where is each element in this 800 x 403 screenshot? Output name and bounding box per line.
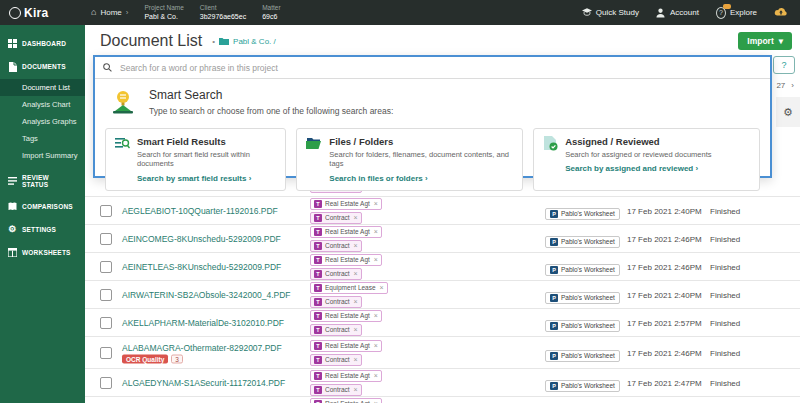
table-row: AEGLEABIOT-10QQuarter-1192016.PDFTReal E… <box>85 197 800 225</box>
remove-tag-icon[interactable]: × <box>374 228 378 235</box>
ocr-quality-badge: OCR Quality <box>122 354 168 363</box>
row-checkbox[interactable] <box>100 289 112 301</box>
search-by-smart-field-link[interactable]: Search by smart field results › <box>137 174 276 183</box>
document-name-link[interactable]: AEINCOMEG-8KUnschedu-5292009.PDF <box>122 234 281 244</box>
tag-chip[interactable]: TContract× <box>310 296 362 308</box>
quick-study-button[interactable]: Quick Study <box>582 8 639 18</box>
worksheet-chip[interactable]: PPablo's Worksheet <box>545 380 620 392</box>
sidebar-item-documents[interactable]: DOCUMENTS <box>0 55 85 78</box>
search-in-files-link[interactable]: Search in files or folders › <box>329 174 513 183</box>
remove-tag-icon[interactable]: × <box>374 372 378 379</box>
account-person-icon <box>656 8 666 18</box>
remove-tag-icon[interactable]: × <box>374 312 378 319</box>
document-name-link[interactable]: ALGAEDYNAM-S1ASecurit-11172014.PDF <box>122 378 285 388</box>
worksheet-cell: PPablo's Worksheet <box>545 230 620 248</box>
tag-chip[interactable]: TEquipment Lease× <box>310 282 388 294</box>
tag-icon: T <box>314 284 322 292</box>
status-label: Finished <box>710 262 740 271</box>
document-name-link[interactable]: AEGLEABIOT-10QQuarter-1192016.PDF <box>122 206 278 216</box>
tag-chip[interactable]: TReal Estate Agt× <box>310 310 382 322</box>
remove-tag-icon[interactable]: × <box>354 326 358 333</box>
sidebar-item-document-list[interactable]: Document List <box>0 79 85 96</box>
worksheet-cell: PPablo's Worksheet <box>545 344 620 362</box>
remove-tag-icon[interactable]: × <box>374 342 378 349</box>
remove-tag-icon[interactable]: × <box>354 356 358 363</box>
breadcrumb[interactable]: • Pabl & Co. / <box>212 37 276 46</box>
worksheet-chip[interactable]: PPablo's Worksheet <box>545 208 620 220</box>
tag-icon: T <box>314 312 322 320</box>
tag-chip[interactable]: TContract× <box>310 212 362 224</box>
worksheet-cell: PPablo's Worksheet <box>545 258 620 276</box>
remove-tag-icon[interactable]: × <box>354 242 358 249</box>
tag-chip[interactable]: TReal Estate Agt× <box>310 226 382 238</box>
worksheet-chip[interactable]: PPablo's Worksheet <box>545 236 620 248</box>
remove-tag-icon[interactable]: × <box>374 200 378 207</box>
smart-field-results-card[interactable]: Smart Field Results Search for smart fie… <box>105 128 286 191</box>
tag-chip[interactable]: TContract× <box>310 324 362 336</box>
sidebar-item-worksheets[interactable]: WORKSHEETS <box>0 241 85 264</box>
assigned-reviewed-card[interactable]: Assigned / Reviewed Search for assigned … <box>533 128 760 191</box>
tags-cell: TReal Estate Agt×TContract× <box>310 198 382 224</box>
import-button[interactable]: Import ▾ <box>738 32 792 50</box>
project-search-input[interactable] <box>118 62 762 74</box>
row-checkbox[interactable] <box>100 205 112 217</box>
row-checkbox[interactable] <box>100 261 112 273</box>
sidebar-item-comparisons[interactable]: COMPARISONS <box>0 195 85 218</box>
cloud-upload-button[interactable] <box>774 7 788 19</box>
smart-search-bulb-icon <box>109 88 137 120</box>
document-name-link[interactable]: ALABAMAGRA-Othermater-8292007.PDF <box>122 342 282 352</box>
row-checkbox[interactable] <box>100 377 112 389</box>
remove-tag-icon[interactable]: × <box>374 256 378 263</box>
row-checkbox[interactable] <box>100 233 112 245</box>
next-page-icon[interactable]: › <box>791 81 794 90</box>
tag-chip[interactable]: TContract× <box>310 240 362 252</box>
sidebar-item-analysis-chart[interactable]: Analysis Chart <box>0 96 85 113</box>
home-link[interactable]: ⌂ Home › <box>91 8 128 17</box>
tag-chip[interactable]: TReal Estate Agt× <box>310 398 382 403</box>
sidebar-item-analysis-graphs[interactable]: Analysis Graphs <box>0 113 85 130</box>
table-row: ALABAMAGRA-Othermater-8292007.PDFOCR Qua… <box>85 337 800 369</box>
document-name-link[interactable]: AKELLAPHARM-MaterialDe-3102010.PDF <box>122 318 284 328</box>
remove-tag-icon[interactable]: × <box>354 386 358 393</box>
tags-cell: TReal Estate Agt×TContract× <box>310 226 382 252</box>
tag-chip[interactable]: TReal Estate Agt× <box>310 370 382 382</box>
tag-chip[interactable]: TContract× <box>310 384 362 396</box>
tag-chip[interactable]: TReal Estate Agt× <box>310 340 382 352</box>
breadcrumb-bullet: • <box>212 37 215 46</box>
remove-tag-icon[interactable]: × <box>354 270 358 277</box>
page-number[interactable]: 27 <box>776 81 785 90</box>
sidebar-item-tags[interactable]: Tags <box>0 130 85 147</box>
document-name-link[interactable]: AEINETLEAS-8KUnschedu-5292009.PDF <box>122 262 281 272</box>
documents-sub-list: Document List Analysis Chart Analysis Gr… <box>0 79 85 164</box>
import-date: 17 Feb 2021 2:46PM <box>627 262 702 271</box>
worksheet-label: Pablo's Worksheet <box>561 352 615 359</box>
tag-chip[interactable]: TReal Estate Agt× <box>310 254 382 266</box>
remove-tag-icon[interactable]: × <box>354 298 358 305</box>
remove-tag-icon[interactable]: × <box>354 214 358 221</box>
account-button[interactable]: Account <box>656 8 699 18</box>
sidebar-item-import-summary[interactable]: Import Summary <box>0 147 85 164</box>
row-checkbox[interactable] <box>100 317 112 329</box>
search-by-assigned-link[interactable]: Search by assigned and reviewed › <box>565 164 711 173</box>
tag-chip[interactable]: TContract× <box>310 354 362 366</box>
worksheet-chip[interactable]: PPablo's Worksheet <box>545 350 620 362</box>
help-button[interactable]: ? <box>773 56 795 74</box>
worksheet-chip[interactable]: PPablo's Worksheet <box>545 292 620 304</box>
worksheet-chip[interactable]: PPablo's Worksheet <box>545 320 620 332</box>
worksheet-label: Pablo's Worksheet <box>561 238 615 245</box>
remove-tag-icon[interactable]: × <box>380 284 384 291</box>
tag-chip[interactable]: TContract× <box>310 268 362 280</box>
row-checkbox[interactable] <box>100 347 112 359</box>
document-name-link[interactable]: AIRWATERIN-SB2AObsole-3242000_4.PDF <box>122 290 291 300</box>
quick-study-label: Quick Study <box>596 8 639 17</box>
kira-logo[interactable]: Kira <box>0 6 91 20</box>
explore-button[interactable]: ? Explore <box>716 8 757 18</box>
files-folders-card[interactable]: Files / Folders Search for folders, file… <box>296 128 523 191</box>
worksheet-cell: PPablo's Worksheet <box>545 202 620 220</box>
worksheet-chip[interactable]: PPablo's Worksheet <box>545 264 620 276</box>
table-settings-button[interactable]: ⚙ <box>776 97 800 127</box>
sidebar-item-settings[interactable]: ⚙ SETTINGS <box>0 218 85 241</box>
sidebar-item-dashboard[interactable]: DASHBOARD <box>0 32 85 55</box>
sidebar-item-review-status[interactable]: REVIEW STATUS <box>0 167 85 195</box>
tag-chip[interactable]: TReal Estate Agt× <box>310 198 382 210</box>
